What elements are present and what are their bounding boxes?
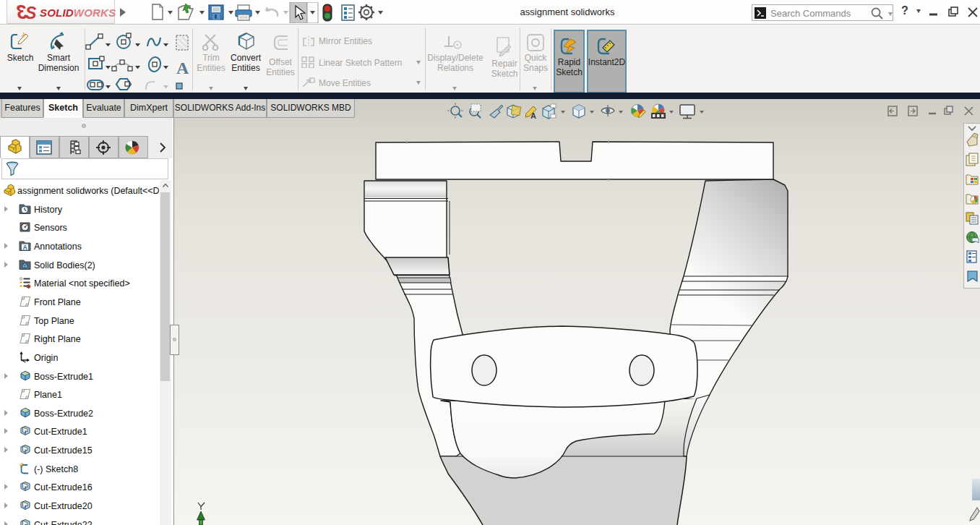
svg-text:A: A bbox=[530, 111, 536, 120]
svg-text:A: A bbox=[176, 59, 189, 77]
svg-text:S: S bbox=[25, 4, 37, 22]
